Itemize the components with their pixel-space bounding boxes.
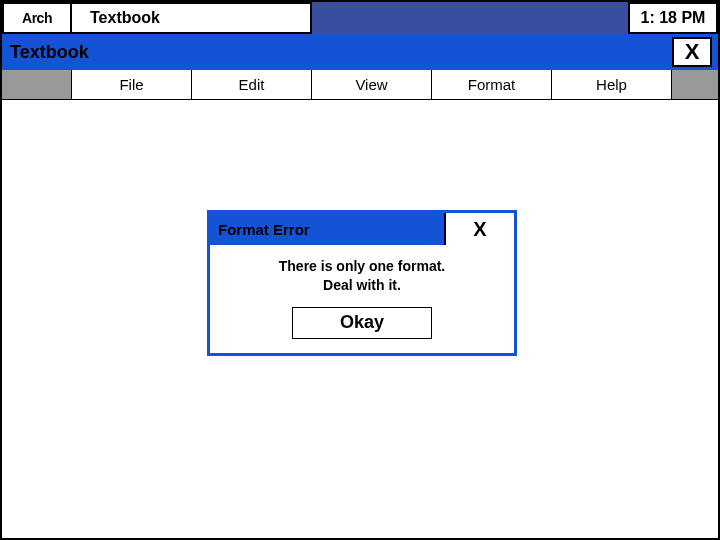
menu-edit[interactable]: Edit [192,70,312,99]
window-titlebar: Textbook X [2,34,718,70]
menu-edit-label: Edit [239,76,265,93]
os-logo-text: Arch [22,10,52,26]
document-area: Format Error X There is only one format.… [2,100,718,538]
taskbar-clock-text: 1: 18 PM [641,9,706,27]
menubar: File Edit View Format Help [2,70,718,100]
menu-format-label: Format [468,76,516,93]
menu-format[interactable]: Format [432,70,552,99]
close-icon: X [473,218,486,241]
taskbar-clock: 1: 18 PM [628,2,718,34]
os-logo[interactable]: Arch [2,2,72,34]
taskbar-app-label: Textbook [90,9,160,27]
error-dialog: Format Error X There is only one format.… [207,210,517,356]
dialog-message: There is only one format. Deal with it. [220,257,504,295]
menu-help[interactable]: Help [552,70,672,99]
menu-view[interactable]: View [312,70,432,99]
menu-file[interactable]: File [72,70,192,99]
window-title: Textbook [10,42,89,63]
menubar-left-pad [2,70,72,99]
window-close-button[interactable]: X [672,37,712,67]
dialog-ok-label: Okay [340,312,384,333]
menu-file-label: File [119,76,143,93]
dialog-body: There is only one format. Deal with it. … [210,245,514,353]
taskbar: Arch Textbook 1: 18 PM [2,2,718,34]
menu-view-label: View [355,76,387,93]
taskbar-spacer [312,2,628,34]
menubar-right-pad [672,70,718,99]
dialog-titlebar: Format Error X [210,213,514,245]
menu-help-label: Help [596,76,627,93]
dialog-ok-button[interactable]: Okay [292,307,432,339]
dialog-title: Format Error [218,221,310,238]
close-icon: X [685,39,700,65]
taskbar-app-button[interactable]: Textbook [72,2,312,34]
dialog-close-button[interactable]: X [444,213,514,245]
app-window: Textbook X File Edit View Format Help Fo… [2,34,718,538]
